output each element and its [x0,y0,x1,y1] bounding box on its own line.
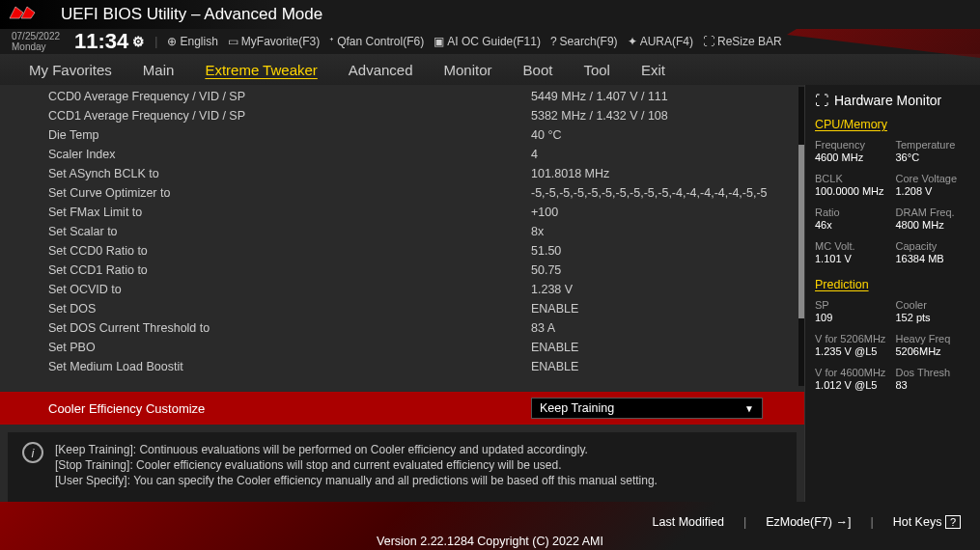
setting-label: Set CCD1 Ratio to [48,261,531,279]
hw-monitor-title: Hardware Monitor [834,93,941,108]
setting-label: CCD0 Average Frequency / VID / SP [48,88,531,105]
setting-row[interactable]: Set PBOENABLE [0,338,804,357]
chip-icon: ▣ [434,35,444,48]
scrollbar[interactable] [798,87,804,386]
cooler-efficiency-row[interactable]: Cooler Efficiency Customize Keep Trainin… [0,392,804,425]
hw-item: Ratio46x [815,206,890,231]
hw-item: Core Voltage1.208 V [896,173,971,197]
setting-label: Set Scalar to [48,223,531,240]
setting-value: 51.50 [531,242,770,260]
setting-label: Set Curve Optimizer to [48,184,531,202]
app-title: UEFI BIOS Utility – Advanced Mode [61,5,322,24]
screen-icon: ▭ [228,35,238,48]
setting-value: 1.238 V [531,281,770,298]
setting-value: 40 °C [531,126,770,144]
setting-value: 5449 MHz / 1.407 V / 111 [531,88,770,105]
setting-label: Die Temp [48,126,531,144]
hw-item: Temperature36°C [896,139,971,163]
setting-value: -5,-5,-5,-5,-5,-5,-5,-5,-5,-5,-4,-4,-4,-… [531,184,770,202]
setting-label: Set DOS Current Threshold to [48,319,531,337]
tab-monitor[interactable]: Monitor [444,62,492,78]
setting-value: 4 [531,146,770,163]
setting-label: Set PBO [48,339,531,356]
resize-icon: ⛶ [703,35,714,48]
setting-value: 50.75 [531,261,770,279]
hw-item: Capacity16384 MB [896,240,971,264]
last-modified-button[interactable]: Last Modified [653,515,724,529]
tab-my-favorites[interactable]: My Favorites [29,62,112,78]
date-label: 07/25/2022 [12,31,60,41]
hw-item: BCLK100.0000 MHz [815,173,890,197]
tab-advanced[interactable]: Advanced [349,62,413,78]
setting-row[interactable]: Set Medium Load BoostitENABLE [0,357,804,376]
setting-label: Set DOS [48,300,531,317]
setting-row[interactable]: Set Curve Optimizer to-5,-5,-5,-5,-5,-5,… [0,183,804,203]
clock-time: 11:34 [74,29,128,54]
myfavorite-button[interactable]: ▭ MyFavorite(F3) [228,35,320,48]
question-icon: ? [945,515,961,529]
setting-row[interactable]: Set Scalar to8x [0,222,804,241]
setting-value: ENABLE [531,358,770,375]
language-button[interactable]: ⊕ English [167,35,217,48]
setting-label: CCD1 Average Frequency / VID / SP [48,107,531,124]
cooler-label: Cooler Efficiency Customize [48,401,531,416]
setting-value: 101.8018 MHz [531,165,770,182]
setting-row[interactable]: Set DOSENABLE [0,299,804,318]
setting-row[interactable]: CCD0 Average Frequency / VID / SP5449 MH… [0,87,804,106]
setting-value: +100 [531,204,770,221]
chevron-down-icon: ▼ [744,403,754,414]
setting-value: ENABLE [531,339,770,356]
tab-tool[interactable]: Tool [583,62,610,78]
setting-value: ENABLE [531,300,770,317]
tab-main[interactable]: Main [143,62,175,78]
gear-icon[interactable]: ⚙ [132,34,145,49]
setting-row[interactable]: Set CCD0 Ratio to51.50 [0,241,804,261]
setting-row[interactable]: Set ASynch BCLK to101.8018 MHz [0,164,804,183]
scrollbar-thumb[interactable] [798,145,804,318]
hotkeys-button[interactable]: Hot Keys ? [893,515,961,529]
hw-item: Frequency4600 MHz [815,139,890,163]
help-box: i [Keep Training]: Continuous evaluation… [8,432,797,502]
cpu-memory-section: CPU/Memory [815,118,970,131]
setting-label: Set Medium Load Boostit [48,358,531,375]
tab-extreme-tweaker[interactable]: Extreme Tweaker [205,62,317,78]
setting-label: Set ASynch BCLK to [48,165,531,182]
aioc-button[interactable]: ▣ AI OC Guide(F11) [434,35,541,48]
exit-icon: →] [835,515,851,529]
setting-label: Set FMax Limit to [48,204,531,221]
tab-exit[interactable]: Exit [641,62,665,78]
aura-button[interactable]: ✦ AURA(F4) [628,35,693,48]
cooler-select[interactable]: Keep Training ▼ [531,398,763,419]
setting-row[interactable]: Scaler Index4 [0,145,804,164]
setting-value: 83 A [531,319,770,337]
day-label: Monday [12,41,60,52]
tab-boot[interactable]: Boot [523,62,553,78]
hw-item: DRAM Freq.4800 MHz [896,206,971,231]
setting-label: Scaler Index [48,146,531,163]
monitor-icon: ⛶ [815,93,828,108]
setting-row[interactable]: Die Temp40 °C [0,125,804,145]
setting-label: Set OCVID to [48,281,531,298]
search-button[interactable]: ? Search(F9) [550,35,618,48]
setting-row[interactable]: Set CCD1 Ratio to50.75 [0,261,804,280]
setting-row[interactable]: Set OCVID to1.238 V [0,280,804,299]
setting-row[interactable]: CCD1 Average Frequency / VID / SP5382 MH… [0,106,804,125]
aura-icon: ✦ [628,35,637,48]
fan-icon: ᕀ [329,35,334,48]
resizebar-button[interactable]: ⛶ ReSize BAR [703,35,782,48]
qfan-button[interactable]: ᕀ Qfan Control(F6) [329,35,424,48]
setting-value: 8x [531,223,770,240]
setting-value: 5382 MHz / 1.432 V / 108 [531,107,770,124]
setting-label: Set CCD0 Ratio to [48,242,531,260]
version-label: Version 2.22.1284 Copyright (C) 2022 AMI [377,535,603,548]
setting-row[interactable]: Set DOS Current Threshold to83 A [0,318,804,338]
hw-item: MC Volt.1.101 V [815,240,890,264]
globe-icon: ⊕ [167,35,177,48]
setting-row[interactable]: Set FMax Limit to+100 [0,203,804,222]
prediction-section: Prediction [815,278,970,291]
info-icon: i [22,442,43,463]
search-icon: ? [550,35,557,48]
ezmode-button[interactable]: EzMode(F7) →] [766,515,851,529]
rog-logo [8,3,46,27]
